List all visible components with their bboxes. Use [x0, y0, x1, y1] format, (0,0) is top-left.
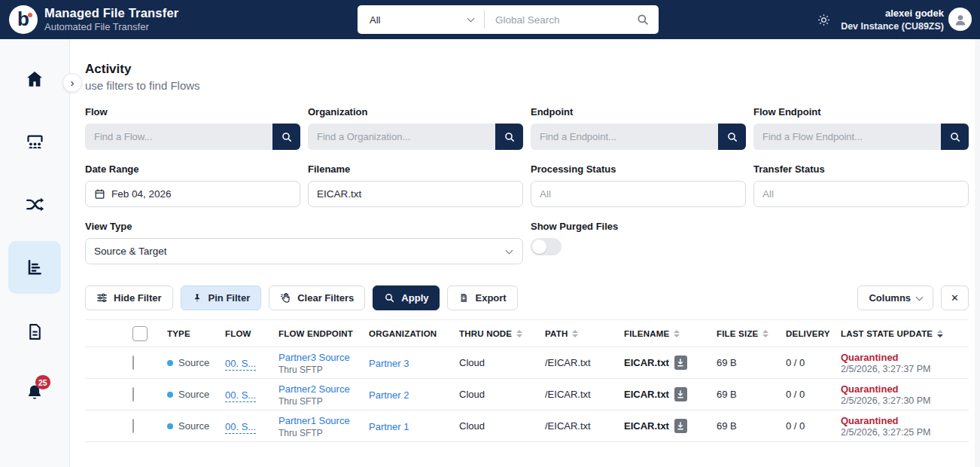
sidebar-item-documents[interactable] — [17, 313, 53, 349]
shuffle-icon — [25, 194, 45, 215]
pin-filter-button[interactable]: Pin Filter — [181, 285, 262, 310]
view-type-value: Source & Target — [94, 246, 167, 257]
apply-button[interactable]: Apply — [373, 285, 440, 310]
top-navbar: b Managed File Transfer Automated File T… — [0, 0, 980, 39]
file-size-cell: 69 B — [717, 389, 786, 400]
sidebar-collapse-button[interactable]: › — [62, 73, 82, 93]
row-checkbox[interactable] — [132, 387, 134, 401]
row-checkbox[interactable] — [132, 356, 134, 370]
notification-badge: 25 — [35, 375, 50, 389]
sidebar-item-flows[interactable] — [17, 186, 53, 222]
organization-link[interactable]: Partner 2 — [369, 389, 409, 401]
flow-link[interactable]: 00. S... — [225, 389, 256, 402]
clear-filters-button[interactable]: Clear Filters — [269, 285, 365, 310]
flow-search-button[interactable] — [272, 124, 300, 150]
status-badge: Quarantined — [841, 415, 969, 426]
search-icon — [949, 131, 961, 143]
filter-transfer-status-label: Transfer Status — [753, 163, 969, 175]
flow-endpoint-link[interactable]: Partner1 Source — [278, 415, 350, 426]
file-size-cell: 69 B — [717, 357, 786, 368]
col-thru-node[interactable]: THRU NODE — [459, 329, 545, 338]
filename-cell: EICAR.txt — [624, 357, 669, 368]
calendar-icon — [94, 188, 105, 200]
chevron-down-icon — [506, 246, 513, 254]
date-range-value: Feb 04, 2026 — [111, 188, 172, 200]
filter-transfer-status: Transfer Status — [753, 163, 969, 207]
user-name: alexei godek — [841, 7, 944, 20]
sidebar-item-notifications[interactable]: 25 — [17, 376, 53, 412]
chevron-down-icon — [916, 293, 924, 301]
filter-processing-status-label: Processing Status — [531, 163, 746, 175]
filename-input[interactable] — [317, 188, 514, 200]
activity-table: TYPE FLOW FLOW ENDPOINT ORGANIZATION THR… — [85, 319, 969, 442]
flow-link[interactable]: 00. S... — [225, 358, 256, 371]
close-results-button[interactable]: ✕ — [941, 285, 969, 310]
col-filename[interactable]: FILENAME — [624, 329, 717, 338]
user-avatar[interactable] — [948, 8, 972, 31]
show-purged-label: Show Purged Files — [531, 221, 746, 232]
organization-search-input[interactable] — [308, 124, 495, 150]
transfer-status-select[interactable] — [753, 181, 969, 207]
col-flow: FLOW — [225, 329, 278, 338]
row-checkbox[interactable] — [132, 419, 134, 433]
global-search-input[interactable] — [485, 5, 636, 34]
processing-status-input[interactable] — [540, 188, 737, 200]
select-all-checkbox[interactable] — [132, 326, 148, 341]
scrollbar[interactable] — [975, 39, 980, 467]
sidebar-item-home[interactable] — [17, 61, 53, 97]
view-type-select[interactable]: Source & Target — [85, 238, 523, 264]
timestamp: 2/5/2026, 3:27:30 PM — [841, 395, 969, 406]
export-button[interactable]: Export — [447, 285, 517, 310]
search-scope-select[interactable]: All — [358, 5, 484, 34]
download-file-icon[interactable] — [674, 356, 687, 370]
date-range-picker[interactable]: Feb 04, 2026 — [85, 181, 300, 207]
show-purged-toggle[interactable] — [531, 238, 562, 255]
file-size-cell: 69 B — [717, 420, 786, 432]
app-subtitle: Automated File Transfer — [44, 21, 178, 33]
filter-flow: Flow — [85, 106, 300, 150]
flow-endpoint-sub: Thru SFTP — [278, 428, 369, 438]
flow-endpoint-link[interactable]: Partner2 Source — [278, 383, 350, 395]
endpoint-search-input[interactable] — [531, 124, 718, 150]
clear-hand-icon — [280, 292, 291, 304]
chevron-down-icon — [467, 15, 475, 23]
columns-button[interactable]: Columns — [857, 285, 933, 310]
download-file-icon[interactable] — [674, 419, 687, 433]
flow-search-input[interactable] — [85, 124, 272, 150]
col-path[interactable]: PATH — [545, 329, 624, 338]
document-icon — [26, 322, 44, 341]
flow-endpoint-search-input[interactable] — [753, 124, 941, 150]
flow-link[interactable]: 00. S... — [225, 421, 256, 434]
user-menu[interactable]: alexei godek Dev Instance (CU89ZS) — [841, 7, 944, 32]
hide-filter-button[interactable]: Hide Filter — [85, 285, 173, 310]
organization-link[interactable]: Partner 1 — [369, 421, 409, 432]
processing-status-select[interactable] — [531, 181, 746, 207]
organization-search-button[interactable] — [495, 124, 523, 150]
timestamp: 2/5/2026, 3:27:37 PM — [841, 364, 969, 374]
flow-endpoint-link[interactable]: Partner3 Source — [278, 352, 350, 363]
home-icon — [25, 69, 44, 89]
activity-chart-icon — [24, 257, 45, 278]
sidebar-item-activity[interactable] — [8, 241, 61, 294]
flow-endpoint-sub: Thru SFTP — [278, 396, 369, 407]
sort-icon — [674, 330, 680, 337]
col-last-state-update[interactable]: LAST STATE UPDATE — [841, 329, 969, 338]
transfer-status-input[interactable] — [762, 188, 960, 200]
theme-toggle-sun-icon[interactable] — [817, 14, 830, 26]
col-delivery: DELIVERY — [786, 329, 841, 338]
endpoint-search-button[interactable] — [718, 124, 746, 150]
path-cell: /EICAR.txt — [545, 389, 624, 400]
sidebar-item-organizations[interactable] — [17, 124, 53, 160]
timestamp: 2/5/2026, 3:27:25 PM — [841, 427, 969, 438]
search-icon[interactable] — [636, 13, 650, 26]
logo-dot — [28, 13, 32, 17]
download-file-icon[interactable] — [674, 387, 687, 401]
organization-link[interactable]: Partner 3 — [369, 358, 409, 369]
filter-flow-endpoint-label: Flow Endpoint — [753, 106, 969, 118]
type-dot-icon — [167, 392, 173, 398]
export-file-icon — [458, 292, 469, 304]
page-subtitle: use filters to find Flows — [85, 79, 969, 92]
col-file-size[interactable]: FILE SIZE — [717, 329, 786, 338]
search-scope-value: All — [370, 14, 380, 26]
flow-endpoint-search-button[interactable] — [941, 124, 969, 150]
